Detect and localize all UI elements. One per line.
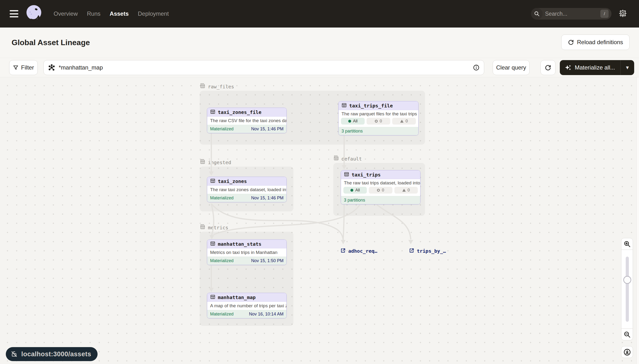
nav-item-overview[interactable]: Overview — [54, 10, 78, 17]
sparkle-icon — [565, 64, 572, 71]
search-icon — [531, 8, 543, 20]
asset-node-header: manhattan_stats — [207, 240, 286, 248]
asset-node-footer: 3 partitions — [341, 196, 420, 204]
asset-node-taxi_trips[interactable]: taxi_trips The raw taxi trips dataset, l… — [341, 170, 420, 204]
materialization-status: Materialized — [210, 126, 234, 132]
materialization-timestamp: Nov 15, 1:46 PM — [251, 196, 284, 200]
partition-badge: All — [343, 187, 367, 194]
partition-badge: 0 — [369, 187, 392, 194]
asset-node-taxi_trips_file[interactable]: taxi_trips_file The raw parquet files fo… — [338, 101, 418, 136]
download-icon — [623, 348, 631, 356]
materialization-status: 3 partitions — [344, 198, 365, 203]
asset-name: taxi_zones_file — [218, 109, 262, 115]
zoom-panel — [621, 238, 633, 358]
asset-node-manhattan_map[interactable]: manhattan_map A map of the number of tri… — [207, 293, 287, 318]
funnel-icon — [13, 65, 19, 70]
info-icon[interactable] — [473, 64, 480, 71]
group-label-default[interactable]: default — [333, 155, 362, 162]
asset-node-manhattan_stats[interactable]: manhattan_stats Metrics on taxi trips in… — [207, 240, 287, 265]
url-text: localhost:3000/assets — [21, 350, 91, 358]
vertical-scrollbar[interactable] — [636, 77, 639, 364]
table-icon — [341, 102, 347, 109]
asset-node-footer: MaterializedNov 15, 1:46 PM — [207, 194, 286, 202]
triangle-icon — [400, 120, 404, 122]
materialization-status: Materialized — [210, 312, 234, 317]
group-label-ingested[interactable]: ingested — [200, 159, 231, 166]
refresh-icon — [544, 64, 551, 71]
asset-description: The raw taxi zones dataset, loaded int..… — [207, 186, 286, 194]
asset-description: A map of the number of trips per taxi z.… — [207, 302, 286, 310]
asset-node-footer: MaterializedNov 16, 10:14 AM — [207, 310, 286, 318]
group-table-icon — [200, 159, 206, 166]
asset-selection-input[interactable] — [59, 64, 473, 71]
zoom-slider[interactable] — [621, 250, 633, 328]
zoom-slider-handle[interactable] — [623, 276, 631, 284]
filter-button[interactable]: Filter — [9, 60, 38, 75]
materialization-status: 3 partitions — [341, 129, 363, 134]
search-input[interactable] — [545, 10, 591, 17]
nav-item-assets[interactable]: Assets — [110, 10, 129, 17]
partition-badge: 0 — [367, 118, 390, 124]
page-title: Global Asset Lineage — [12, 38, 90, 47]
zoom-in-button[interactable] — [621, 238, 633, 250]
group-table-icon — [200, 224, 206, 231]
group-table-icon — [333, 155, 339, 162]
ring-icon — [377, 189, 380, 192]
asset-node-taxi_zones[interactable]: taxi_zones The raw taxi zones dataset, l… — [207, 177, 287, 202]
nav-item-deployment[interactable]: Deployment — [138, 10, 169, 17]
zoom-in-icon — [623, 240, 631, 248]
asset-name: taxi_trips_file — [349, 103, 393, 108]
table-icon — [210, 294, 215, 300]
partition-badges: All00 — [339, 118, 418, 127]
group-label-metrics[interactable]: metrics — [200, 224, 228, 231]
materialization-timestamp: Nov 15, 1:46 PM — [251, 126, 284, 132]
asset-selection-input-box[interactable] — [44, 60, 484, 75]
filled-dot-icon — [348, 120, 351, 122]
page-header: Global Asset Lineage Reload definitions — [0, 28, 639, 58]
refresh-graph-button[interactable] — [540, 60, 555, 75]
table-icon — [210, 109, 215, 116]
dagster-logo[interactable] — [24, 4, 45, 24]
materialization-timestamp: Nov 16, 10:14 AM — [249, 312, 284, 317]
triangle-icon — [402, 189, 406, 192]
asset-node-header: taxi_trips — [341, 170, 420, 179]
nav-item-runs[interactable]: Runs — [87, 10, 101, 17]
asset-description: The raw parquet files for the taxi trips… — [339, 110, 418, 118]
table-icon — [344, 172, 349, 178]
lineage-canvas[interactable]: raw_files ingested default metrics — [0, 77, 639, 364]
menu-icon[interactable] — [10, 10, 18, 18]
browser-url-badge: localhost:3000/assets — [6, 347, 98, 361]
asset-node-footer: 3 partitions — [339, 127, 418, 135]
refresh-icon — [568, 39, 574, 46]
external-asset-trips_by[interactable]: trips_by_… — [409, 248, 446, 254]
asset-node-taxi_zones_file[interactable]: taxi_zones_file The raw CSV file for the… — [207, 108, 287, 133]
clear-query-button[interactable]: Clear query — [493, 60, 530, 75]
materialization-timestamp: Nov 15, 1:50 PM — [251, 258, 284, 263]
asset-name: taxi_trips — [352, 172, 381, 178]
asset-name: manhattan_map — [218, 294, 256, 300]
partition-badges: All00 — [341, 187, 420, 196]
materialization-status: Materialized — [210, 196, 234, 200]
asset-node-footer: MaterializedNov 15, 1:50 PM — [207, 256, 286, 265]
partition-badge: 0 — [394, 187, 418, 194]
table-icon — [210, 178, 215, 184]
external-link-icon — [409, 248, 414, 254]
nav-links: OverviewRunsAssetsDeployment — [54, 10, 169, 17]
materialize-all-button[interactable]: Materialize all... ▼ — [560, 60, 634, 75]
top-navbar: OverviewRunsAssetsDeployment / — [0, 0, 639, 28]
asset-node-header: taxi_trips_file — [339, 102, 418, 110]
group-label-raw_files[interactable]: raw_files — [200, 83, 234, 90]
zoom-slider-track[interactable] — [626, 256, 629, 322]
filled-dot-icon — [350, 189, 353, 192]
asset-node-footer: MaterializedNov 15, 1:46 PM — [207, 125, 286, 133]
external-asset-adhoc_request[interactable]: adhoc_req… — [340, 248, 377, 254]
settings-gear-icon[interactable] — [618, 9, 627, 18]
reload-definitions-button[interactable]: Reload definitions — [561, 34, 629, 50]
zoom-out-icon — [623, 331, 631, 338]
ring-icon — [375, 120, 378, 122]
zoom-out-button[interactable] — [621, 328, 633, 340]
search-shortcut-key: / — [600, 10, 608, 18]
materialize-dropdown-caret[interactable]: ▼ — [621, 65, 634, 70]
global-search[interactable]: / — [531, 8, 611, 20]
download-graph-button[interactable] — [621, 346, 633, 358]
